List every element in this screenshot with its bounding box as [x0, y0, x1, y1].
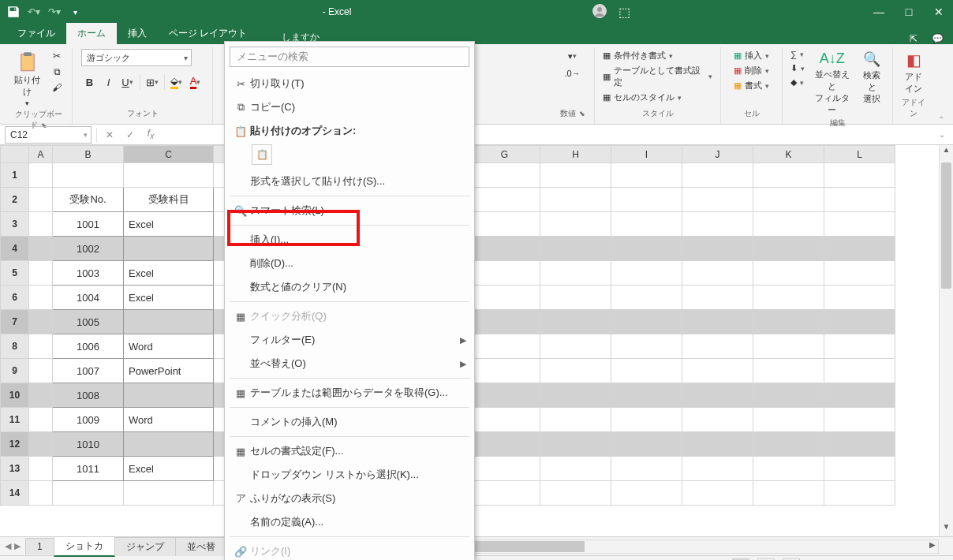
cell[interactable] — [611, 310, 682, 334]
minimize-button[interactable]: — — [871, 6, 887, 18]
share-icon[interactable]: ⇱ — [910, 33, 917, 44]
row-header[interactable]: 1 — [1, 163, 29, 188]
cell[interactable]: 1003 — [53, 261, 124, 286]
cell[interactable] — [540, 212, 611, 237]
row-header[interactable]: 10 — [1, 383, 29, 408]
conditional-formatting-button[interactable]: ▦条件付き書式 — [601, 49, 714, 62]
cell[interactable] — [540, 261, 611, 286]
cell[interactable] — [824, 163, 895, 188]
menu-cut[interactable]: ✂切り取り(T) — [225, 72, 474, 95]
cell[interactable] — [29, 432, 53, 457]
cell[interactable] — [29, 286, 53, 310]
insert-cells-button[interactable]: ▦挿入 — [732, 49, 771, 62]
row-header[interactable]: 6 — [1, 286, 29, 310]
cell[interactable] — [53, 481, 124, 506]
cell[interactable] — [753, 432, 824, 457]
row-header[interactable]: 14 — [1, 481, 29, 506]
cell[interactable] — [753, 261, 824, 286]
cell[interactable] — [29, 163, 53, 188]
sheet-tab[interactable]: ショトカ — [54, 536, 115, 557]
save-icon[interactable] — [6, 5, 21, 19]
cell[interactable] — [753, 408, 824, 432]
cell[interactable]: Word — [124, 334, 214, 359]
cell[interactable]: Excel — [124, 286, 214, 310]
cell[interactable]: 1010 — [53, 432, 124, 457]
cell[interactable] — [540, 457, 611, 481]
cell[interactable] — [124, 481, 214, 506]
cell[interactable] — [824, 359, 895, 383]
cell[interactable] — [753, 237, 824, 261]
cell[interactable] — [753, 457, 824, 481]
menu-sort[interactable]: 並べ替え(O)▶ — [225, 352, 474, 375]
column-header[interactable]: A — [29, 146, 53, 163]
cell[interactable] — [824, 481, 895, 506]
select-all-button[interactable] — [1, 146, 29, 163]
cell[interactable] — [611, 163, 682, 188]
cell[interactable] — [682, 383, 753, 408]
row-header[interactable]: 2 — [1, 188, 29, 212]
tab-file[interactable]: ファイル — [6, 23, 66, 44]
scrollbar-thumb[interactable] — [941, 162, 951, 289]
cell[interactable] — [611, 212, 682, 237]
format-cells-button[interactable]: ▦書式 — [732, 79, 771, 92]
cell[interactable] — [124, 163, 214, 188]
fx-button[interactable]: fx — [143, 127, 159, 143]
tab-insert[interactable]: 挿入 — [117, 23, 158, 44]
cell[interactable] — [682, 481, 753, 506]
close-button[interactable]: ✕ — [931, 6, 947, 18]
cell[interactable] — [753, 310, 824, 334]
cell[interactable] — [611, 359, 682, 383]
cell[interactable] — [469, 188, 540, 212]
cell[interactable]: 1001 — [53, 212, 124, 237]
cell[interactable]: 1008 — [53, 383, 124, 408]
cell[interactable] — [540, 481, 611, 506]
cell[interactable] — [611, 334, 682, 359]
column-header[interactable]: H — [540, 146, 611, 163]
cell[interactable] — [469, 286, 540, 310]
cell[interactable] — [824, 408, 895, 432]
cell[interactable]: 1004 — [53, 286, 124, 310]
row-header[interactable]: 9 — [1, 359, 29, 383]
paste-option-default[interactable]: 📋 — [252, 144, 272, 165]
cell[interactable] — [124, 383, 214, 408]
row-header[interactable]: 13 — [1, 457, 29, 481]
sheet-tab[interactable]: 並べ替 — [175, 537, 227, 556]
account-icon[interactable] — [592, 3, 607, 21]
cell[interactable] — [824, 457, 895, 481]
cell[interactable]: 1006 — [53, 334, 124, 359]
name-box[interactable]: C12 — [5, 126, 92, 144]
bold-button[interactable]: B — [81, 74, 99, 90]
cell[interactable] — [124, 237, 214, 261]
fill-button[interactable]: ⬇ — [789, 62, 806, 74]
cell[interactable] — [611, 432, 682, 457]
increase-decimal-button[interactable]: .0→ — [564, 66, 581, 80]
vertical-scrollbar[interactable]: ▲ ▼ — [939, 145, 953, 536]
cell[interactable] — [682, 188, 753, 212]
row-header[interactable]: 7 — [1, 310, 29, 334]
qat-customize-icon[interactable]: ▾ — [68, 5, 82, 19]
cell[interactable] — [29, 408, 53, 432]
cell[interactable] — [682, 163, 753, 188]
row-header[interactable]: 3 — [1, 212, 29, 237]
cell[interactable] — [753, 481, 824, 506]
cut-icon[interactable]: ✂ — [48, 49, 65, 63]
undo-icon[interactable]: ↶▾ — [27, 5, 41, 19]
maximize-button[interactable]: □ — [901, 6, 917, 18]
cell[interactable] — [124, 432, 214, 457]
find-select-button[interactable]: 🔍 検索と 選択 — [858, 49, 886, 106]
cell[interactable] — [540, 359, 611, 383]
ribbon-display-icon[interactable]: ⬚ — [619, 5, 630, 20]
menu-show-phonetic[interactable]: アふりがなの表示(S) — [225, 487, 474, 510]
cell[interactable] — [124, 310, 214, 334]
cell[interactable] — [469, 212, 540, 237]
cell[interactable] — [540, 237, 611, 261]
row-header[interactable]: 8 — [1, 334, 29, 359]
column-header[interactable]: J — [682, 146, 753, 163]
menu-smart-lookup[interactable]: 🔍スマート検索(L) — [225, 199, 474, 222]
cell[interactable] — [540, 188, 611, 212]
sheet-tab[interactable]: ジャンプ — [114, 537, 176, 556]
menu-search-input[interactable]: メニューの検索 — [230, 47, 469, 67]
menu-define-name[interactable]: 名前の定義(A)... — [225, 510, 474, 534]
format-as-table-button[interactable]: ▦テーブルとして書式設定 — [601, 64, 714, 89]
number-format-button[interactable]: ▾ — [564, 49, 581, 63]
